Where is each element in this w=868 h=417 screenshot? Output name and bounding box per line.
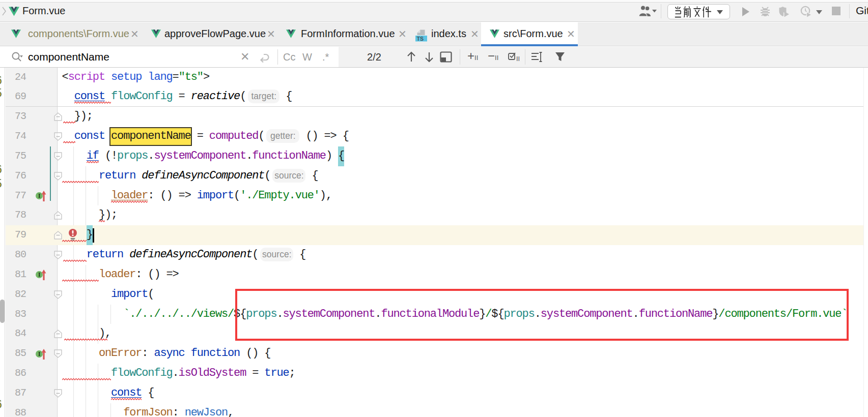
svg-text:TS: TS: [417, 36, 424, 42]
